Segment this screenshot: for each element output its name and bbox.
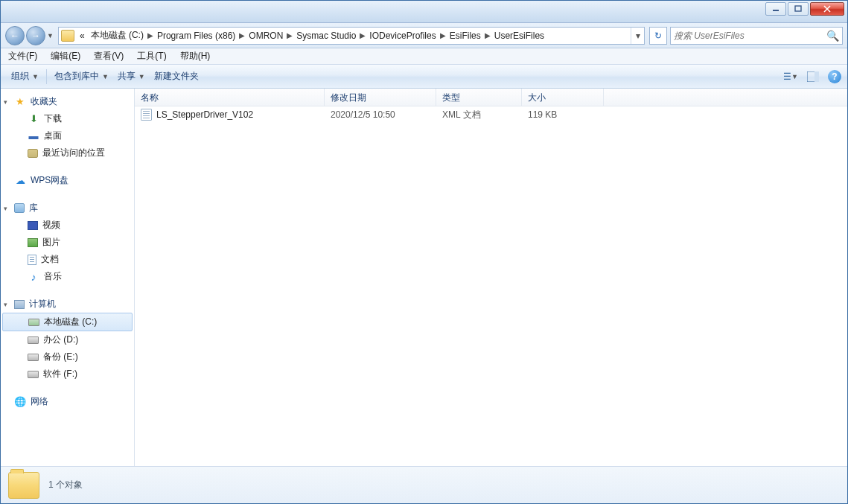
- computer-icon: [14, 300, 25, 309]
- breadcrumb-item[interactable]: EsiFiles: [447, 31, 484, 41]
- maximize-icon: [794, 5, 802, 13]
- breadcrumb-item[interactable]: OMRON: [246, 31, 286, 41]
- share-label: 共享: [118, 70, 136, 83]
- arrow-left-icon: ←: [10, 31, 19, 41]
- svg-rect-0: [773, 10, 779, 11]
- svg-rect-1: [795, 6, 801, 11]
- address-dropdown[interactable]: ▾: [631, 28, 644, 44]
- sidebar-item-label: 桌面: [44, 130, 62, 142]
- sidebar-item-network[interactable]: 🌐网络: [1, 393, 134, 410]
- preview-pane-button[interactable]: [806, 69, 820, 84]
- column-name[interactable]: 名称: [135, 89, 325, 106]
- sidebar-item-documents[interactable]: 文档: [1, 251, 134, 268]
- newfolder-label: 新建文件夹: [154, 70, 199, 83]
- minimize-button[interactable]: [765, 2, 786, 16]
- preview-pane-icon: [807, 71, 819, 82]
- breadcrumb-item[interactable]: UserEsiFiles: [491, 31, 547, 41]
- sidebar-head-computer[interactable]: ▾计算机: [1, 296, 134, 313]
- chevron-right-icon[interactable]: ▶: [484, 31, 491, 39]
- close-icon: [823, 5, 831, 13]
- chevron-right-icon[interactable]: ▶: [439, 31, 447, 39]
- sidebar-item-drive-e[interactable]: 备份 (E:): [1, 348, 134, 366]
- address-bar[interactable]: « 本地磁盘 (C:)▶ Program Files (x86)▶ OMRON▶…: [58, 27, 645, 45]
- column-type[interactable]: 类型: [436, 89, 522, 106]
- history-dropdown[interactable]: ▼: [47, 32, 54, 39]
- include-label: 包含到库中: [54, 70, 99, 83]
- new-folder-button[interactable]: 新建文件夹: [150, 67, 203, 86]
- body: ▾★收藏夹 ⬇下载 ▬桌面 最近访问的位置 ☁WPS网盘 ▾库 视频 图片 文档…: [1, 89, 847, 466]
- download-icon: ⬇: [28, 113, 39, 125]
- maximize-button[interactable]: [788, 2, 809, 16]
- menu-view[interactable]: 查看(V): [91, 48, 127, 64]
- sidebar-item-pictures[interactable]: 图片: [1, 234, 134, 251]
- sidebar-item-label: 软件 (F:): [43, 368, 77, 380]
- collapse-icon: ▾: [4, 301, 7, 308]
- help-button[interactable]: ?: [828, 70, 841, 83]
- breadcrumb-item[interactable]: 本地磁盘 (C:): [88, 29, 147, 42]
- sidebar-item-wps[interactable]: ☁WPS网盘: [1, 172, 134, 189]
- menu-file[interactable]: 文件(F): [5, 48, 40, 64]
- breadcrumb-overflow[interactable]: «: [77, 31, 88, 41]
- file-list[interactable]: LS_StepperDriver_V102 2020/12/5 10:50 XM…: [135, 106, 847, 466]
- column-date[interactable]: 修改日期: [325, 89, 436, 106]
- back-button[interactable]: ←: [5, 26, 25, 45]
- menu-edit[interactable]: 编辑(E): [48, 48, 83, 64]
- sidebar-item-music[interactable]: ♪音乐: [1, 268, 134, 285]
- xml-file-icon: [141, 109, 152, 121]
- sidebar-item-drive-c[interactable]: 本地磁盘 (C:): [2, 313, 133, 331]
- chevron-right-icon[interactable]: ▶: [238, 31, 246, 39]
- column-size[interactable]: 大小: [522, 89, 604, 106]
- menubar: 文件(F) 编辑(E) 查看(V) 工具(T) 帮助(H): [1, 48, 847, 65]
- file-type-cell: XML 文档: [436, 109, 522, 121]
- organize-button[interactable]: 组织 ▼: [7, 67, 43, 86]
- search-icon: 🔍: [826, 30, 839, 42]
- menu-help[interactable]: 帮助(H): [177, 48, 214, 64]
- refresh-icon: ↻: [654, 31, 662, 41]
- chevron-right-icon[interactable]: ▶: [147, 31, 154, 39]
- sidebar-item-downloads[interactable]: ⬇下载: [1, 110, 134, 127]
- sidebar-item-videos[interactable]: 视频: [1, 217, 134, 234]
- breadcrumb-item[interactable]: IODeviceProfiles: [366, 31, 439, 41]
- sidebar-item-label: WPS网盘: [31, 174, 68, 187]
- sidebar-head-libraries[interactable]: ▾库: [1, 200, 134, 217]
- forward-button[interactable]: →: [26, 26, 45, 45]
- arrow-right-icon: →: [31, 31, 40, 41]
- sidebar-item-desktop[interactable]: ▬桌面: [1, 127, 134, 144]
- folder-large-icon: [8, 472, 39, 499]
- chevron-right-icon[interactable]: ▶: [286, 31, 293, 39]
- sidebar-item-label: 网络: [31, 395, 48, 408]
- search-box[interactable]: 🔍: [670, 27, 843, 45]
- sidebar-item-drive-f[interactable]: 软件 (F:): [1, 366, 134, 383]
- sidebar-head-favorites[interactable]: ▾★收藏夹: [1, 93, 134, 110]
- sidebar: ▾★收藏夹 ⬇下载 ▬桌面 最近访问的位置 ☁WPS网盘 ▾库 视频 图片 文档…: [1, 89, 135, 466]
- sidebar-wps: ☁WPS网盘: [1, 172, 134, 189]
- breadcrumb-item[interactable]: Program Files (x86): [154, 31, 238, 41]
- sidebar-item-label: 下载: [44, 112, 62, 125]
- nav-history: ← → ▼: [5, 26, 54, 45]
- view-options-button[interactable]: ☰▼: [783, 69, 798, 84]
- star-icon: ★: [14, 96, 26, 108]
- chevron-right-icon[interactable]: ▶: [359, 31, 366, 39]
- sidebar-item-drive-d[interactable]: 办公 (D:): [1, 331, 134, 348]
- sidebar-item-label: 音乐: [44, 270, 62, 283]
- drive-icon: [28, 354, 39, 361]
- file-row[interactable]: LS_StepperDriver_V102 2020/12/5 10:50 XM…: [135, 106, 847, 123]
- toolbar: 组织 ▼ 包含到库中 ▼ 共享 ▼ 新建文件夹 ☰▼ ?: [1, 65, 847, 89]
- music-icon: ♪: [28, 271, 39, 283]
- sidebar-item-label: 视频: [42, 219, 60, 232]
- chevron-down-icon: ▼: [791, 73, 798, 80]
- document-icon: [28, 255, 36, 265]
- menu-tools[interactable]: 工具(T): [134, 48, 169, 64]
- collapse-icon: ▾: [4, 205, 7, 212]
- desktop-icon: ▬: [28, 130, 39, 142]
- include-library-button[interactable]: 包含到库中 ▼: [50, 67, 113, 86]
- share-button[interactable]: 共享 ▼: [113, 67, 150, 86]
- search-input[interactable]: [674, 31, 826, 41]
- drive-icon: [28, 336, 39, 344]
- close-button[interactable]: [810, 2, 844, 16]
- sidebar-item-recent[interactable]: 最近访问的位置: [1, 144, 134, 162]
- sidebar-item-label: 办公 (D:): [43, 334, 78, 346]
- refresh-button[interactable]: ↻: [649, 27, 667, 45]
- svg-rect-5: [814, 71, 819, 82]
- breadcrumb-item[interactable]: Sysmac Studio: [293, 31, 359, 41]
